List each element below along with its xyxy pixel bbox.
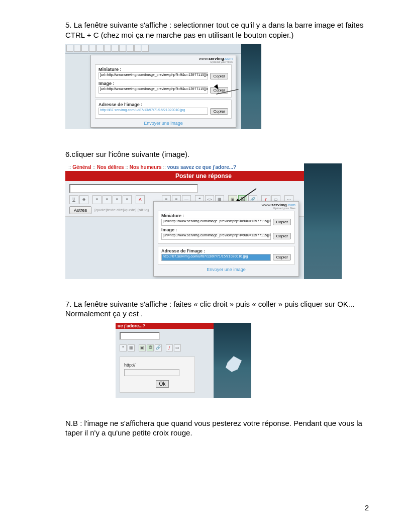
copier-button[interactable]: Copier [273,233,291,239]
envoyer-link[interactable]: Envoyer une image [91,121,236,126]
copier-button[interactable]: Copier [273,219,291,225]
autres-button[interactable]: Autres [69,206,91,214]
image-label: Image : [161,227,291,232]
adresse-label: Adresse de l'image : [161,248,291,253]
servimg-logo: www.servimg.com Upload your files [154,202,298,210]
miniature-label: Miniature : [98,67,228,72]
step-6-text: 6.cliquer sur l'icône suivante (image). [65,149,369,159]
toolbar-btn[interactable] [104,45,111,52]
adresse-input[interactable]: http://i87.servimg.com/u/f87/13/97/71/15… [98,108,208,115]
quote-icon[interactable]: ❝ [120,344,127,351]
step-7-text: 7. La fenêtre suivante s'affiche : faite… [65,299,369,319]
toolbar-btn[interactable] [66,45,73,52]
ok-button[interactable]: Ok [156,380,169,388]
toolbar-btn[interactable] [134,45,141,52]
editor-toolbar-fragment [65,44,261,54]
miniature-input[interactable]: [url=http://www.servimg.com/image_previe… [98,72,208,79]
toolbar-btn[interactable] [74,45,81,52]
align-right-icon[interactable]: ≡ [113,195,122,204]
copier-button[interactable]: Copier [273,254,291,260]
url-input[interactable] [124,369,179,376]
background-photo [241,44,261,129]
flash-icon[interactable]: ƒ [166,344,173,351]
adresse-input-selected[interactable]: http://i87.servimg.com/u/f87/13/97/71/15… [161,254,271,261]
toolbar-btn[interactable] [112,45,119,52]
video-icon[interactable]: ▭ [174,344,181,351]
toolbar-btn[interactable] [119,45,126,52]
figure-1: www.servimg.com Upload your files Miniat… [65,44,261,129]
http-label: http:// [124,363,136,368]
underline-icon[interactable]: U [69,195,78,204]
envoyer-link[interactable]: Envoyer une image [154,267,298,272]
align-justify-icon[interactable]: ≡ [123,195,132,204]
link-icon[interactable]: 🔗 [155,344,162,351]
background-photo [304,163,342,279]
copier-button[interactable]: Copier [210,73,228,79]
table-icon[interactable]: ▦ [128,344,135,351]
image-input[interactable]: [url=http://www.servimg.com/image_previe… [98,86,208,94]
copier-button[interactable]: Copier [210,108,228,115]
reply-banner: Poster une réponse [65,171,342,181]
toolbar-btn[interactable] [89,45,96,52]
quote-hint: [quote]texte cité[/quote] (alt+q) [94,208,149,212]
servimg-popup: www.servimg.com Upload your files Miniat… [90,55,236,128]
figure-2: :: Général :: Nos délires :: Nos humeurs… [65,163,342,279]
miniature-input[interactable]: [url=http://www.servimg.com/image_previe… [161,219,271,226]
breadcrumb: :: Général :: Nos délires :: Nos humeurs… [65,163,342,171]
nb-note: N.B : l'image ne s'affichera que quand v… [65,418,369,438]
toolbar-btn[interactable] [142,45,149,52]
insert-image-icon[interactable]: 🖼 [147,344,154,351]
adresse-label: Adresse de l'image : [98,102,228,107]
toolbar-btn[interactable] [81,45,88,52]
page-number: 2 [365,503,369,512]
strike-icon[interactable]: S [79,195,88,204]
toolbar-btn[interactable] [96,45,104,52]
align-center-icon[interactable]: ≡ [103,195,112,204]
servimg-popup: www.servimg.com Upload your files Miniat… [153,201,299,277]
miniature-label: Miniature : [161,213,291,218]
toolbar-btn[interactable] [127,45,134,52]
align-left-icon[interactable]: ≡ [92,195,102,204]
subject-input-fragment[interactable] [120,332,160,340]
servimg-logo: www.servimg.com Upload your files [91,55,236,63]
bird-shape [224,356,244,373]
step-5-text: 5. La fenêtre suivante s'affiche : selec… [65,20,369,40]
subject-input[interactable] [69,184,198,193]
image-label: Image : [98,81,228,86]
background-photo [214,323,251,398]
figure-3: ue j'adore...? ❝ ▦ ▣ 🖼 🔗 ƒ ▭ h [116,323,251,398]
host-image-icon[interactable]: ▣ [139,344,146,351]
font-color-icon[interactable]: A [136,195,145,204]
image-input[interactable]: [url=http://www.servimg.com/image_previe… [161,233,271,240]
